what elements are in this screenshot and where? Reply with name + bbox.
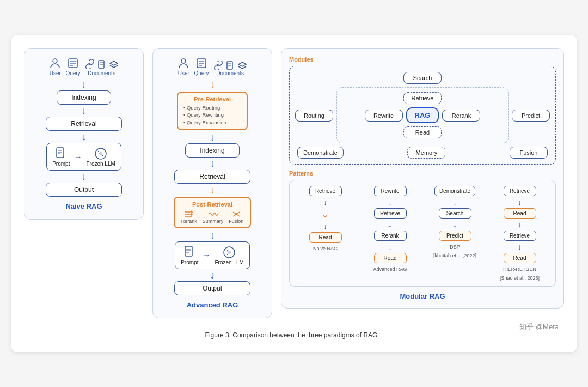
adv-p-rewrite: Rewrite: [374, 186, 407, 196]
adv-output-box: Output: [174, 281, 250, 295]
naive-arrow3: ↓: [82, 132, 87, 142]
svg-rect-9: [57, 148, 64, 158]
mod-rewrite: Rewrite: [365, 110, 403, 122]
dsp-p-search: Search: [439, 208, 471, 219]
diagrams-row: User Query: [24, 48, 564, 318]
mod-routing: Routing: [295, 110, 333, 122]
pre-retrieval-title: Pre-Retrieval: [183, 96, 241, 102]
naive-p-retrieve: Retrieve: [309, 186, 342, 196]
adv-query-label: Query: [194, 70, 209, 76]
advanced-icon-row: User Query Documents: [177, 57, 247, 76]
adv-indexing-box: Indexing: [185, 143, 240, 158]
mod-retrieve: Retrieve: [403, 92, 442, 104]
iter-p-citation: [Shao et al., 2023]: [500, 275, 540, 281]
svg-line-16: [98, 155, 99, 156]
naive-p-chevron: ⌄: [321, 208, 329, 220]
patterns-cols: Retrieve ↓ ⌄ ↓ Read Naive RAG Rewrite ↓ …: [295, 186, 550, 281]
adv-arrow-right: →: [203, 251, 210, 259]
naive-icon-row: User Query: [49, 57, 118, 76]
naive-arrow4: ↓: [82, 172, 87, 182]
naive-p-arrow2: ↓: [323, 222, 327, 230]
adv-prompt-llm: Prompt → Frozen LLM: [175, 241, 250, 269]
iter-p-read1: Read: [504, 208, 536, 219]
modular-rag-title: Modular RAG: [289, 292, 556, 300]
naive-p-read: Read: [309, 232, 342, 243]
dsp-p-citation: [khattab et al.,2022]: [433, 253, 476, 258]
advanced-rag-title: Advanced RAG: [187, 301, 238, 309]
post-icons-row: Rerank Summary Fusion: [181, 210, 244, 224]
svg-rect-32: [185, 246, 192, 256]
iter-p-arrow2: ↓: [518, 221, 522, 228]
adv-llm-label: Frozen LLM: [215, 259, 243, 265]
naive-output-box: Output: [46, 183, 122, 197]
mod-predict: Predict: [512, 110, 550, 122]
patterns-area: Retrieve ↓ ⌄ ↓ Read Naive RAG Rewrite ↓ …: [289, 180, 556, 287]
svg-marker-8: [110, 61, 118, 65]
naive-query-label: Query: [65, 70, 80, 76]
naive-arrow1: ↓: [82, 80, 87, 89]
adv-p-read: Read: [374, 253, 407, 263]
pattern-dsp: Demonstrate ↓ Search ↓ Predict DSP [khat…: [425, 186, 485, 258]
svg-point-18: [181, 59, 186, 63]
svg-line-15: [102, 151, 103, 152]
adv-retrieval-box: Retrieval: [174, 170, 250, 184]
mod-inner-box: Retrieve Rewrite RAG Rerank: [336, 87, 509, 143]
watermark: 知乎 @Meta: [452, 322, 564, 332]
adv-arrow3: ↓: [210, 159, 215, 168]
mod-rag: RAG: [406, 107, 439, 123]
mod-read: Read: [403, 126, 442, 138]
post-summary: Summary: [203, 210, 224, 224]
mod-fusion: Fusion: [510, 147, 548, 159]
modules-label: Modules: [289, 56, 556, 63]
adv-arrow4: ↓: [210, 185, 215, 195]
svg-line-37: [226, 250, 228, 251]
modular-rag-section: Modules Search Routing Retrieve: [281, 48, 564, 309]
adv-p-retrieve: Retrieve: [374, 208, 407, 219]
naive-p-label: Naive RAG: [313, 246, 338, 251]
adv-prompt-label: Prompt: [181, 259, 198, 265]
naive-p-arrow1: ↓: [323, 198, 327, 206]
adv-p-label: Advanced RAG: [373, 267, 407, 272]
naive-indexing-box: Indexing: [57, 90, 111, 105]
mod-memory: Memory: [407, 147, 445, 159]
adv-documents-icons: [213, 61, 247, 70]
naive-llm-label: Frozen LLM: [86, 161, 115, 167]
dsp-p-arrow2: ↓: [453, 221, 457, 228]
pre-item-2: • Query Rewriting: [183, 111, 241, 118]
naive-doc-icon: [97, 59, 107, 70]
mod-demonstrate: Demonstrate: [297, 147, 344, 159]
iter-p-read2: Read: [504, 253, 536, 263]
iter-p-label: ITER-RETGEN: [503, 267, 536, 272]
iter-p-arrow3: ↓: [518, 243, 522, 251]
adv-p-rerank: Rerank: [374, 231, 407, 241]
main-container: User Query: [11, 35, 577, 352]
dsp-p-label: DSP: [450, 244, 460, 250]
naive-layers-icon: [109, 59, 119, 70]
adv-p-arrow1: ↓: [388, 198, 392, 206]
naive-link-icon: [85, 59, 95, 70]
adv-user-icon: User: [177, 57, 189, 76]
pre-item-1: • Query Routing: [183, 104, 241, 111]
pattern-iter: Retrieve ↓ Read ↓ Retrieve ↓ Read ITER-R…: [489, 186, 550, 281]
adv-query-icon: Query: [194, 57, 209, 76]
adv-arrow6: ↓: [210, 270, 215, 280]
naive-user-label: User: [50, 70, 61, 76]
dsp-p-arrow1: ↓: [453, 198, 457, 206]
post-rerank: Rerank: [181, 210, 197, 224]
iter-p-arrow1: ↓: [518, 198, 522, 206]
svg-line-14: [98, 151, 99, 152]
naive-arrow2: ↓: [82, 106, 87, 116]
modules-area: Search Routing Retrieve: [289, 66, 556, 165]
pattern-naive: Retrieve ↓ ⌄ ↓ Read Naive RAG: [295, 186, 356, 251]
naive-user-icon: User: [49, 57, 61, 76]
advanced-rag-section: User Query Documents ↓ Pre-Retriev: [152, 48, 272, 318]
naive-arrow-right: →: [74, 153, 82, 161]
post-retrieval-title: Post-Retrieval: [181, 201, 244, 208]
naive-rag-title: Naive RAG: [65, 202, 102, 210]
svg-line-38: [231, 250, 232, 251]
patterns-label: Patterns: [289, 170, 556, 177]
iter-p-retrieve1: Retrieve: [504, 186, 536, 196]
adv-p-arrow3: ↓: [388, 243, 392, 251]
adv-arrow5: ↓: [210, 231, 215, 240]
naive-rag-section: User Query: [24, 48, 144, 220]
